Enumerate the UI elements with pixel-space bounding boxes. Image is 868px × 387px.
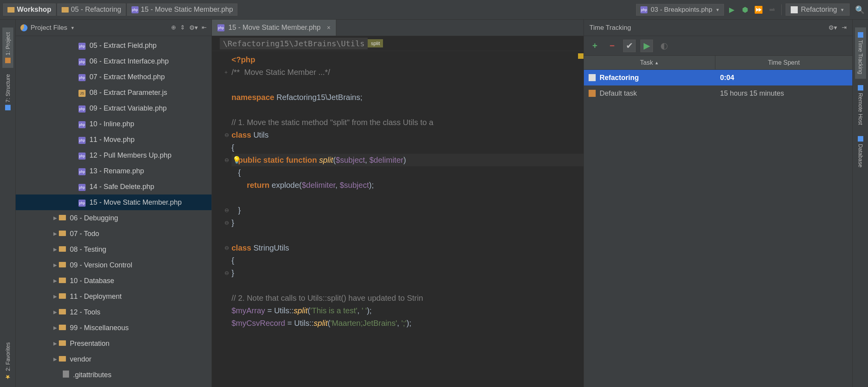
folder-icon <box>7 7 15 13</box>
coverage-button[interactable]: ⏩ <box>753 4 764 15</box>
tool-tab-favorites[interactable]: ★2: Favorites <box>2 338 14 385</box>
post-time-button[interactable]: ◐ <box>658 40 670 52</box>
tool-tab-project[interactable]: 1: Project <box>2 27 13 68</box>
tree-item[interactable]: php15 - Move Static Member.php <box>16 194 212 210</box>
collapse-icon[interactable]: ⇕ <box>180 24 185 31</box>
php-icon: php <box>78 151 86 160</box>
editor-tabs: php 15 - Move Static Member.php × <box>212 20 584 36</box>
breadcrumb-item[interactable]: php15 - Move Static Member.php <box>127 4 237 16</box>
tree-item[interactable]: JS08 - Extract Parameter.js <box>16 85 212 100</box>
tree-item[interactable]: php06 - Extract Interface.php <box>16 53 212 69</box>
task-icon <box>791 6 798 13</box>
fold-icon[interactable]: ⊖ <box>224 242 229 254</box>
tree-item[interactable]: php05 - Extract Field.php <box>16 38 212 53</box>
project-view-selector[interactable]: Project Files ▼ <box>20 24 171 32</box>
expand-icon[interactable]: ▶ <box>51 309 59 315</box>
expand-icon[interactable]: ▶ <box>51 231 59 236</box>
folder-icon <box>59 277 66 285</box>
tree-item[interactable]: ▶11 - Deployment <box>16 289 212 304</box>
tree-item[interactable]: php12 - Pull Members Up.php <box>16 147 212 163</box>
left-tool-tabs: 1: Project7: Structure★2: Favorites <box>0 20 16 387</box>
expand-icon[interactable]: ▶ <box>51 262 59 268</box>
folder-icon <box>59 340 66 348</box>
expand-icon[interactable]: ▶ <box>51 247 59 252</box>
close-icon[interactable]: × <box>327 24 330 31</box>
fold-icon[interactable]: ⊖ <box>224 154 229 166</box>
tree-item[interactable]: ▶99 - Miscellaneous <box>16 320 212 336</box>
editor-tab[interactable]: php 15 - Move Static Member.php × <box>212 20 336 36</box>
tree-item[interactable]: .gitattributes <box>16 367 212 383</box>
gear-icon[interactable]: ⚙▾ <box>189 24 198 31</box>
fold-icon[interactable]: ⊖ <box>224 267 229 279</box>
tool-tab-structure[interactable]: 7: Structure <box>2 69 13 115</box>
tool-tab-database[interactable]: Database <box>855 131 866 172</box>
breadcrumb-item[interactable]: Workshop <box>3 4 56 16</box>
tree-item[interactable]: php07 - Extract Method.php <box>16 69 212 85</box>
hide-icon[interactable]: ⇥ <box>842 24 847 31</box>
topbar: Workshop05 - Refactoringphp15 - Move Sta… <box>0 0 868 20</box>
folder-icon <box>59 293 66 301</box>
project-tree[interactable]: php05 - Extract Field.phpphp06 - Extract… <box>16 36 212 387</box>
folder-icon <box>59 261 66 269</box>
stop-button[interactable]: ⥬ <box>766 4 777 15</box>
expand-icon[interactable]: ▶ <box>51 341 59 346</box>
folder-icon <box>59 355 66 363</box>
tree-item[interactable]: ▶vendor <box>16 351 212 367</box>
tree-item[interactable]: ▶09 - Version Control <box>16 257 212 273</box>
editor-breadcrumb[interactable]: \Refactoring15\JetBrains\Utilssplit <box>212 36 584 51</box>
tool-tab-remotehost[interactable]: Remote Host <box>855 80 866 130</box>
project-panel: Project Files ▼ ⊕ ⇕ ⚙▾ ⇤ php05 - Extract… <box>16 20 212 387</box>
gear-icon[interactable]: ⚙▾ <box>828 24 837 31</box>
fold-icon[interactable]: ⊖ <box>224 129 229 141</box>
tree-item[interactable]: ▶12 - Tools <box>16 304 212 320</box>
folder-icon <box>59 308 66 316</box>
chevron-down-icon: ▼ <box>840 7 844 12</box>
tool-tab-timetracking[interactable]: Time Tracking <box>855 27 866 79</box>
fold-icon[interactable]: ⊖ <box>224 216 229 229</box>
php-icon: php <box>78 104 86 113</box>
task-selector[interactable]: Refactoring ▼ <box>786 4 850 16</box>
run-config-label: 03 - Breakpoints.php <box>651 6 712 14</box>
file-icon <box>63 371 69 380</box>
breadcrumb-item[interactable]: 05 - Refactoring <box>57 4 126 16</box>
tree-item[interactable]: php09 - Extract Variable.php <box>16 100 212 116</box>
search-button[interactable]: 🔍 <box>855 5 865 15</box>
locate-icon[interactable]: ⊕ <box>171 24 176 31</box>
php-icon: php <box>131 6 139 13</box>
folder-icon <box>59 214 66 222</box>
project-icon <box>20 24 27 31</box>
task-label: Refactoring <box>801 5 837 14</box>
tree-item[interactable]: ▶10 - Database <box>16 273 212 289</box>
remove-button[interactable]: − <box>606 40 618 52</box>
php-icon: php <box>217 24 224 31</box>
run-config-selector[interactable]: php 03 - Breakpoints.php ▼ <box>636 4 724 16</box>
code-area[interactable]: <?php+/** Move Static Member ...*/ names… <box>212 51 584 387</box>
intention-bulb-icon[interactable]: 💡 <box>232 154 241 166</box>
expand-icon[interactable]: ▶ <box>51 356 59 362</box>
tree-item[interactable]: ▶08 - Testing <box>16 242 212 257</box>
fold-icon[interactable]: ⊖ <box>224 204 229 216</box>
tree-item[interactable]: php14 - Safe Delete.php <box>16 179 212 194</box>
expand-icon[interactable]: ▶ <box>51 278 59 283</box>
tree-item[interactable]: ▶06 - Debugging <box>16 210 212 226</box>
expand-icon[interactable]: ▶ <box>51 294 59 299</box>
tree-item[interactable]: ▶07 - Todo <box>16 226 212 242</box>
expand-icon[interactable]: ▶ <box>51 325 59 331</box>
time-tracking-row[interactable]: Refactoring0:04 <box>584 70 852 85</box>
tool-icon <box>858 136 863 142</box>
tree-item[interactable]: php11 - Move.php <box>16 132 212 147</box>
fold-icon[interactable]: + <box>224 66 228 78</box>
tree-item[interactable]: php13 - Rename.php <box>16 163 212 179</box>
tree-item[interactable]: ▶Presentation <box>16 336 212 351</box>
start-timer-button[interactable]: ▶ <box>640 40 653 52</box>
hide-icon[interactable]: ⇤ <box>202 24 207 31</box>
time-tracking-row[interactable]: Default task15 hours 15 minutes <box>584 85 852 101</box>
table-header[interactable]: Task▲ Time Spent <box>584 56 852 70</box>
check-button[interactable]: ✔ <box>623 40 636 52</box>
add-button[interactable]: + <box>589 40 601 52</box>
tool-icon <box>858 32 863 38</box>
expand-icon[interactable]: ▶ <box>51 215 59 221</box>
tree-item[interactable]: php10 - Inline.php <box>16 116 212 132</box>
debug-button[interactable]: ⬢ <box>740 4 751 15</box>
run-button[interactable]: ▶ <box>726 4 737 15</box>
